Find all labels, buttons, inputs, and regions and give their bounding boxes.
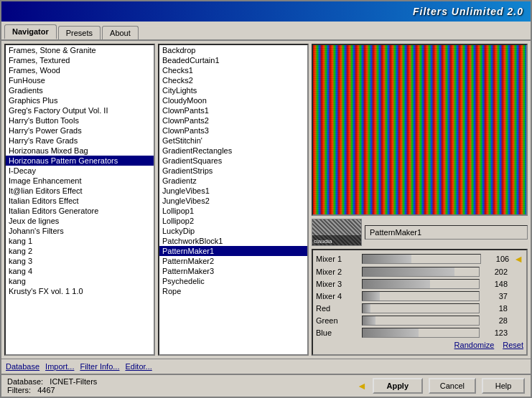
- list-item[interactable]: Frames, Textured: [6, 55, 154, 65]
- mixer-label: Mixer 3: [316, 280, 359, 288]
- database-link[interactable]: Database: [6, 362, 39, 371]
- mixer-row: Mixer 2 202: [316, 267, 523, 277]
- filter-item[interactable]: Lollipop2: [159, 216, 307, 226]
- filter-item[interactable]: ClownPants1: [159, 105, 307, 115]
- mixer-slider-0[interactable]: [362, 254, 481, 264]
- mixer-controls: Mixer 1 106 ◄ Mixer 2 202 Mixer 3 148 Mi…: [312, 249, 528, 356]
- mixer-slider-5[interactable]: [362, 316, 480, 326]
- filter-item[interactable]: Checks2: [159, 75, 307, 85]
- list-item[interactable]: Harry's Rave Grads: [6, 136, 154, 146]
- filter-item[interactable]: PatternMaker2: [159, 256, 307, 266]
- content-area: Frames, Stone & Granite Frames, Textured…: [1, 41, 531, 359]
- action-bar-left: Database Import... Filter Info... Editor…: [6, 362, 152, 371]
- filters-status: Filters: 4467: [7, 386, 97, 394]
- reset-button[interactable]: Reset: [503, 341, 523, 349]
- list-item[interactable]: Gradients: [6, 85, 154, 95]
- mixer-row: Red 18: [316, 303, 523, 313]
- mixer-value: 202: [482, 267, 508, 276]
- filter-item[interactable]: ClownPants3: [159, 125, 307, 136]
- mixer-value: 106: [484, 255, 509, 263]
- filter-item[interactable]: Rope: [159, 286, 307, 296]
- list-item[interactable]: It@lian Editors Effect: [6, 186, 154, 196]
- mixer-row: Green 28: [316, 316, 523, 326]
- pattern-thumbnail: claudia: [312, 219, 362, 246]
- filter-item[interactable]: Lollipop1: [159, 206, 307, 216]
- list-item[interactable]: Graphics Plus: [6, 95, 154, 105]
- list-item-selected[interactable]: Horizonaus Pattern Generators ◄: [6, 156, 154, 166]
- mixer-slider-2[interactable]: [362, 279, 480, 289]
- list-item[interactable]: Italian Editors Generatore: [6, 206, 154, 216]
- list-item[interactable]: Frames, Wood: [6, 65, 154, 75]
- status-bar: Database: ICNET-Filters Filters: 4467 ◄ …: [1, 374, 531, 397]
- list-item[interactable]: I-Decay: [6, 166, 154, 176]
- title-bar: Filters Unlimited 2.0: [1, 1, 531, 22]
- filter-item[interactable]: Checks1: [159, 65, 307, 75]
- mixer-rows: Mixer 1 106 ◄ Mixer 2 202 Mixer 3 148 Mi…: [316, 253, 523, 338]
- editor-link[interactable]: Editor...: [125, 362, 151, 371]
- list-item[interactable]: kang: [6, 276, 154, 286]
- filter-item[interactable]: LuckyDip: [159, 226, 307, 236]
- filter-item[interactable]: Backdrop: [159, 45, 307, 55]
- mixer-value: 37: [482, 292, 508, 300]
- list-item[interactable]: kang 3: [6, 256, 154, 266]
- mixer-slider-6[interactable]: [362, 328, 480, 338]
- mixer-slider-4[interactable]: [362, 303, 480, 313]
- pattern-name-field: PatternMaker1: [365, 225, 528, 240]
- filter-item[interactable]: GetStitchin': [159, 136, 307, 146]
- randomize-button[interactable]: Randomize: [454, 341, 495, 349]
- list-item[interactable]: Horizonaus Mixed Bag: [6, 146, 154, 156]
- tab-presets[interactable]: Presets: [58, 26, 101, 39]
- mixer-slider-1[interactable]: [362, 267, 480, 277]
- mixer-label: Mixer 4: [316, 292, 359, 300]
- mixer-label: Mixer 1: [316, 255, 359, 263]
- tab-bar: Navigator Presets About: [1, 22, 531, 41]
- filter-item[interactable]: JungleVibes1: [159, 186, 307, 196]
- list-item[interactable]: Krusty's FX vol. 1 1.0: [6, 286, 154, 296]
- mixer-value: 28: [482, 316, 508, 325]
- filter-item[interactable]: Psychedelic: [159, 276, 307, 286]
- preview-area: [312, 44, 528, 216]
- mixer-arrow-icon: ◄: [513, 253, 523, 265]
- help-button[interactable]: Help: [482, 378, 525, 394]
- filter-item-selected[interactable]: PatternMaker1 ◄: [159, 246, 307, 256]
- filter-item[interactable]: PatternMaker3: [159, 266, 307, 276]
- tab-about[interactable]: About: [102, 26, 139, 39]
- list-item[interactable]: Greg's Factory Output Vol. II: [6, 105, 154, 115]
- filter-item[interactable]: GradientRectangles: [159, 146, 307, 156]
- mixer-row: Mixer 1 106 ◄: [316, 253, 523, 265]
- list-item[interactable]: Harry's Power Grads: [6, 125, 154, 136]
- filter-info-link[interactable]: Filter Info...: [80, 362, 119, 371]
- filter-item[interactable]: Gradientz: [159, 176, 307, 186]
- filter-list-scroll[interactable]: Backdrop BeadedCurtain1 Checks1 Checks2 …: [159, 45, 307, 354]
- main-window: Filters Unlimited 2.0 Navigator Presets …: [0, 0, 532, 398]
- filter-item[interactable]: BeadedCurtain1: [159, 55, 307, 65]
- thumbnail-text: claudia: [314, 238, 332, 245]
- list-item[interactable]: kang 2: [6, 246, 154, 256]
- filter-item[interactable]: CityLights: [159, 85, 307, 95]
- left-list-scroll[interactable]: Frames, Stone & Granite Frames, Textured…: [6, 45, 154, 354]
- mixer-value: 18: [482, 304, 508, 313]
- list-item[interactable]: kang 1: [6, 236, 154, 246]
- list-item[interactable]: Italian Editors Effect: [6, 196, 154, 206]
- list-item[interactable]: kang 4: [6, 266, 154, 276]
- status-buttons: ◄ Apply Cancel Help: [357, 378, 525, 394]
- import-link[interactable]: Import...: [45, 362, 74, 371]
- list-item[interactable]: Jeux de lignes: [6, 216, 154, 226]
- filter-item[interactable]: CloudyMoon: [159, 95, 307, 105]
- cancel-button[interactable]: Cancel: [429, 378, 476, 394]
- filter-item[interactable]: JungleVibes2: [159, 196, 307, 206]
- tab-navigator[interactable]: Navigator: [4, 24, 57, 39]
- list-item[interactable]: FunHouse: [6, 75, 154, 85]
- mixer-label: Green: [316, 316, 359, 325]
- filter-item[interactable]: ClownPants2: [159, 115, 307, 125]
- filter-item[interactable]: GradientStrips: [159, 166, 307, 176]
- filter-item[interactable]: GradientSquares: [159, 156, 307, 166]
- filter-item[interactable]: PatchworkBlock1: [159, 236, 307, 246]
- list-item[interactable]: Image Enhancement: [6, 176, 154, 186]
- list-item[interactable]: Johann's Filters: [6, 226, 154, 236]
- mixer-label: Mixer 2: [316, 267, 359, 276]
- list-item[interactable]: Harry's Button Tools: [6, 115, 154, 125]
- list-item[interactable]: Frames, Stone & Granite: [6, 45, 154, 55]
- apply-button[interactable]: Apply: [373, 378, 423, 394]
- mixer-slider-3[interactable]: [362, 291, 480, 301]
